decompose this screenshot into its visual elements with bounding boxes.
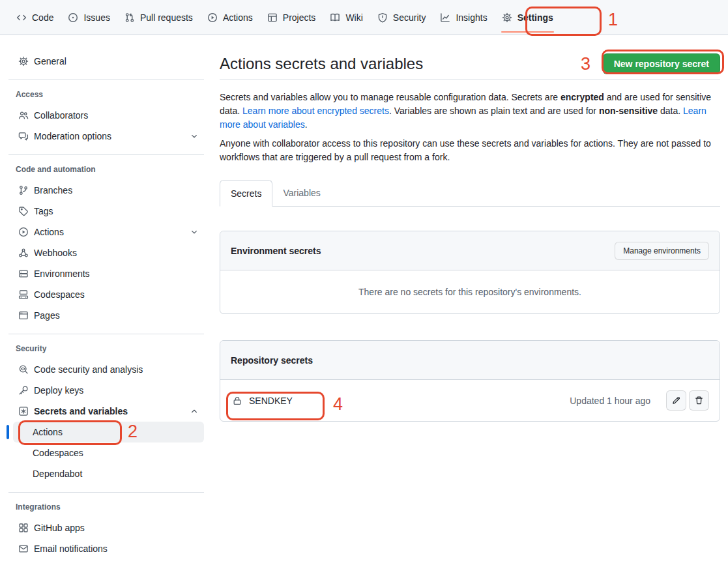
page-header: Actions secrets and variables New reposi… [220, 53, 720, 80]
sidebar-section-title-code-automation: Code and automation [8, 155, 204, 180]
sidebar-item-label: Tags [34, 206, 53, 216]
sidebar-item-general[interactable]: General [13, 51, 204, 72]
pencil-icon [671, 396, 681, 405]
sidebar-item-label: Codespaces [34, 289, 85, 300]
repository-secrets-title: Repository secrets [231, 355, 313, 366]
people-icon [18, 110, 29, 121]
nav-tab-label: Issues [83, 12, 109, 23]
nav-tab-issues[interactable]: Issues [61, 0, 117, 35]
sidebar-item-codespaces[interactable]: Codespaces [13, 284, 204, 305]
environment-secrets-empty-text: There are no secrets for this repository… [220, 270, 720, 313]
secret-row: SENDKEY Updated 1 hour ago [220, 380, 720, 421]
nav-tab-wiki[interactable]: Wiki [323, 0, 370, 35]
settings-sidebar: General Access Collaborators Moderation … [0, 35, 220, 559]
chevron-down-icon [190, 132, 199, 141]
webhook-icon [18, 248, 29, 258]
sidebar-subitem-codespaces[interactable]: Codespaces [13, 442, 204, 463]
sidebar-item-branches[interactable]: Branches [13, 180, 204, 201]
browser-icon [18, 310, 29, 321]
description-text: data. [658, 106, 683, 116]
sidebar-item-label: Branches [34, 185, 72, 196]
github-settings-page: Code Issues Pull requests Actions Projec… [0, 0, 728, 565]
sidebar-item-label: Pages [34, 310, 60, 321]
description-bold-encrypted: encrypted [561, 92, 604, 102]
environment-secrets-header: Environment secrets Manage environments [220, 231, 720, 270]
tab-variables[interactable]: Variables [272, 180, 330, 206]
sidebar-item-webhooks[interactable]: Webhooks [13, 242, 204, 263]
nav-tab-projects[interactable]: Projects [260, 0, 323, 35]
sidebar-item-pages[interactable]: Pages [13, 305, 204, 326]
codespaces-icon [18, 289, 29, 300]
environment-secrets-box: Environment secrets Manage environments … [220, 231, 720, 314]
play-icon [18, 227, 29, 237]
mail-icon [18, 543, 29, 554]
secret-row-actions: Updated 1 hour ago [570, 390, 709, 411]
nav-tab-label: Actions [223, 12, 253, 23]
lock-icon [232, 396, 242, 406]
sidebar-item-label: GitHub apps [34, 523, 85, 533]
sidebar-item-label: Dependabot [33, 469, 82, 479]
nav-tab-settings[interactable]: Settings [495, 0, 561, 35]
sidebar-item-environments[interactable]: Environments [13, 263, 204, 284]
sidebar-item-code-security-and-analysis[interactable]: Code security and analysis [13, 359, 204, 380]
nav-tab-label: Insights [456, 12, 487, 23]
description-text: . [305, 119, 308, 130]
sidebar-item-deploy-keys[interactable]: Deploy keys [13, 380, 204, 401]
nav-tab-label: Security [393, 12, 426, 23]
sidebar-item-label: Deploy keys [34, 385, 83, 396]
secret-name-label: SENDKEY [249, 396, 293, 406]
key-icon [18, 385, 29, 396]
sidebar-subitem-actions[interactable]: Actions [13, 422, 204, 442]
nav-tab-security[interactable]: Security [370, 0, 433, 35]
encrypted-secrets-link[interactable]: Learn more about encrypted secrets [242, 106, 389, 116]
codescan-icon [18, 364, 29, 375]
shield-icon [377, 12, 388, 23]
git-branch-icon [18, 185, 29, 196]
nav-tab-label: Pull requests [140, 12, 193, 23]
sidebar-section-title-integrations: Integrations [8, 493, 204, 517]
server-icon [18, 268, 29, 279]
nav-tab-label: Wiki [345, 12, 362, 23]
nav-tab-label: Settings [517, 12, 553, 23]
description-text: Secrets and variables allow you to manag… [220, 92, 561, 102]
sidebar-item-label: Webhooks [34, 248, 77, 258]
delete-secret-button[interactable] [689, 390, 709, 411]
repository-secrets-header: Repository secrets [220, 341, 720, 380]
sidebar-section-title-access: Access [8, 80, 204, 105]
sidebar-item-email-notifications[interactable]: Email notifications [13, 538, 204, 559]
nav-tab-label: Code [32, 12, 53, 23]
edit-secret-button[interactable] [666, 390, 686, 411]
environment-secrets-title: Environment secrets [231, 246, 321, 256]
settings-sidebar-nav: General Access Collaborators Moderation … [8, 51, 204, 559]
book-icon [330, 12, 340, 23]
sidebar-item-secrets-and-variables[interactable]: Secrets and variables [13, 401, 204, 422]
secret-name: SENDKEY [231, 396, 293, 406]
sidebar-item-collaborators[interactable]: Collaborators [13, 105, 204, 126]
comment-discussion-icon [18, 131, 29, 141]
sidebar-item-label: Moderation options [34, 131, 111, 141]
sidebar-item-label: Actions [33, 427, 63, 437]
page-title: Actions secrets and variables [220, 53, 423, 74]
play-icon [207, 12, 218, 23]
sidebar-section-title-security: Security [8, 334, 204, 359]
nav-tab-insights[interactable]: Insights [433, 0, 494, 35]
sidebar-item-moderation-options[interactable]: Moderation options [13, 126, 204, 147]
chevron-down-icon [190, 227, 199, 237]
secret-updated-text: Updated 1 hour ago [570, 396, 650, 406]
table-icon [267, 12, 278, 23]
sidebar-item-github-apps[interactable]: GitHub apps [13, 517, 204, 538]
secrets-variables-tabnav: Secrets Variables [220, 180, 720, 207]
manage-environments-button[interactable]: Manage environments [615, 242, 709, 260]
nav-tab-pull-requests[interactable]: Pull requests [117, 0, 200, 35]
description-paragraph-1: Secrets and variables allow you to manag… [220, 91, 720, 132]
tab-secrets[interactable]: Secrets [220, 180, 272, 207]
sidebar-item-actions[interactable]: Actions [13, 222, 204, 242]
sidebar-item-tags[interactable]: Tags [13, 201, 204, 222]
nav-tab-code[interactable]: Code [9, 0, 61, 35]
sidebar-item-label: Codespaces [33, 448, 83, 458]
sidebar-item-label: Secrets and variables [34, 406, 128, 416]
new-repository-secret-button[interactable]: New repository secret [603, 53, 720, 74]
sidebar-subitem-dependabot[interactable]: Dependabot [13, 463, 204, 484]
key-asterisk-icon [18, 406, 29, 416]
nav-tab-actions[interactable]: Actions [200, 0, 260, 35]
